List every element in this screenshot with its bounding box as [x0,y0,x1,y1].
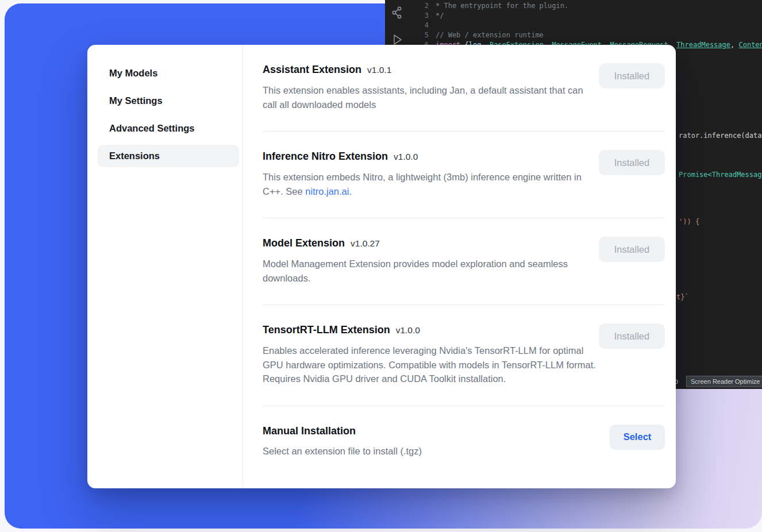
code-line: 4 [409,21,762,30]
page-background: 2 * The entrypoint for the plugin.3 */45… [0,0,762,532]
code-line: 5// Web / extension runtime [409,30,762,40]
extension-info: Inference Nitro Extension v1.0.0 This ex… [263,150,599,198]
extensions-panel: Assistant Extension v1.0.1 This extensio… [243,45,676,488]
installed-button[interactable]: Installed [599,63,665,88]
sidebar-item-advanced-settings[interactable]: Advanced Settings [98,117,239,140]
sidebar-item-my-settings[interactable]: My Settings [98,90,239,112]
screen-reader-badge[interactable]: Screen Reader Optimize [686,376,762,387]
editor-activity-bar [385,6,409,47]
code-fragment: ')) { [679,218,699,226]
extension-title: TensortRT-LLM Extension v1.0.0 [263,323,599,337]
extension-name: TensortRT-LLM Extension [263,323,390,336]
extension-title: Model Extension v1.0.27 [263,237,599,250]
extension-name: Inference Nitro Extension [263,150,388,163]
extension-row-manual-install: Manual Installation Select an extension … [263,406,665,478]
extension-row-assistant: Assistant Extension v1.0.1 This extensio… [263,45,665,132]
settings-card: My Models My Settings Advanced Settings … [87,45,676,488]
code-fragment: Promise<ThreadMessage> [679,171,762,179]
extension-info: Model Extension v1.0.27 Model Management… [263,237,599,285]
extension-version: v1.0.0 [396,324,420,337]
extension-row-tensorrt: TensortRT-LLM Extension v1.0.0 Enables a… [263,305,665,406]
code-line: 2 * The entrypoint for the plugin. [409,1,762,11]
sidebar-item-extensions[interactable]: Extensions [98,145,239,167]
extension-info: Assistant Extension v1.0.1 This extensio… [263,63,599,111]
extension-row-model: Model Extension v1.0.27 Model Management… [263,218,665,305]
extension-description-text: Model Management Extension provides mode… [263,259,568,283]
extension-description-text: Enables accelerated inference leveraging… [263,345,596,384]
extension-description: Model Management Extension provides mode… [263,257,599,285]
extension-name: Assistant Extension [263,63,361,76]
sidebar-item-my-models[interactable]: My Models [98,62,239,84]
extension-description-text: This extension enables assistants, inclu… [263,85,583,110]
installed-button[interactable]: Installed [599,237,665,262]
code-fragment: t}` [676,293,689,302]
extension-version: v1.0.0 [394,151,418,163]
extension-version: v1.0.27 [351,237,380,250]
code-lines: 2 * The entrypoint for the plugin.3 */45… [409,1,762,50]
extension-title: Inference Nitro Extension v1.0.0 [263,150,599,163]
source-control-icon [391,6,403,20]
extension-title: Manual Installation [263,425,599,437]
nitro-jan-ai-link[interactable]: nitro.jan.ai. [305,186,352,196]
extension-description: This extension enables assistants, inclu… [263,83,599,111]
select-file-button[interactable]: Select [610,425,665,450]
installed-button[interactable]: Installed [599,150,665,175]
settings-sidebar: My Models My Settings Advanced Settings … [87,45,243,488]
extension-row-nitro: Inference Nitro Extension v1.0.0 This ex… [263,132,665,218]
extension-info: TensortRT-LLM Extension v1.0.0 Enables a… [263,323,599,386]
extension-title: Assistant Extension v1.0.1 [263,63,599,76]
extension-description: Enables accelerated inference leveraging… [263,344,599,386]
extension-description: This extension embeds Nitro, a lightweig… [263,170,599,198]
extension-name: Manual Installation [263,425,356,437]
extension-name: Model Extension [263,237,345,249]
installed-button[interactable]: Installed [599,323,665,349]
extension-info: Manual Installation Select an extension … [263,425,599,458]
extension-version: v1.0.1 [367,64,391,76]
extension-description-text: Select an extension file to install (.tg… [263,446,422,456]
extension-description: Select an extension file to install (.tg… [263,444,599,458]
code-fragment: rator.inference(data)); [679,132,762,140]
code-line: 3 */ [409,11,762,21]
